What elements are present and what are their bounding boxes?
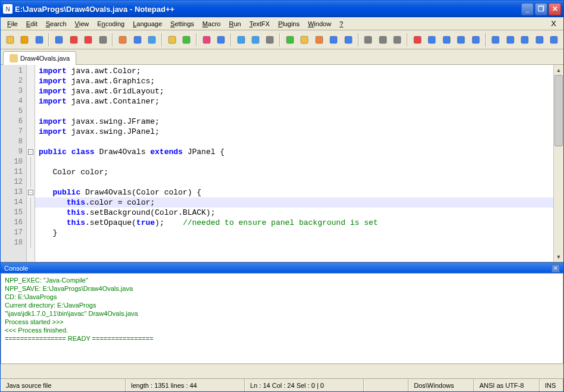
menu-plugins[interactable]: Plugins	[274, 19, 304, 29]
mdi-close-button[interactable]: X	[546, 18, 561, 29]
line-number[interactable]: 1	[1, 66, 26, 76]
fold-minus-icon[interactable]: −	[28, 190, 33, 195]
titlebar[interactable]: N E:\JavaProgs\Draw4Ovals.java - Notepad…	[1, 1, 563, 17]
print-button[interactable]	[96, 33, 110, 47]
a5-button[interactable]	[547, 33, 560, 47]
line-number-gutter[interactable]: 123456789101112131415161718	[1, 65, 27, 262]
code-line[interactable]: public Draw4Ovals(Color color) {	[35, 187, 553, 197]
a1-button[interactable]	[489, 33, 503, 47]
fold-cell[interactable]: −	[27, 187, 35, 197]
line-number[interactable]: 10	[1, 157, 26, 167]
menu-run[interactable]: Run	[225, 19, 245, 29]
code-line[interactable]	[35, 106, 553, 117]
unfold-button[interactable]	[362, 33, 375, 47]
line-number[interactable]: 6	[1, 117, 26, 127]
line-number[interactable]: 7	[1, 127, 26, 137]
code-line[interactable]: import java.awt.Color;	[35, 66, 553, 76]
a2-button[interactable]	[503, 33, 517, 47]
code-line[interactable]: import java.awt.GridLayout;	[35, 86, 553, 96]
code-line[interactable]: import java.awt.Container;	[35, 96, 553, 106]
menu-view[interactable]: View	[71, 19, 94, 29]
wrap-button[interactable]	[283, 33, 297, 47]
save-all-button[interactable]	[52, 33, 66, 47]
line-number[interactable]: 4	[1, 96, 26, 106]
line-number[interactable]: 17	[1, 228, 26, 238]
redo-button[interactable]	[179, 33, 193, 47]
code-line[interactable]: this.setBackground(Color.BLACK);	[35, 208, 553, 218]
close-all-button[interactable]	[81, 33, 95, 47]
indent-button[interactable]	[312, 33, 326, 47]
open-button[interactable]	[17, 33, 31, 47]
invisible-button[interactable]	[298, 33, 311, 47]
menu-encoding[interactable]: Encoding	[93, 19, 129, 29]
new-button[interactable]	[3, 33, 17, 47]
code-line[interactable]: import javax.swing.JFrame;	[35, 117, 553, 127]
line-number[interactable]: 15	[1, 208, 26, 218]
line-number[interactable]: 8	[1, 137, 26, 147]
sync-button[interactable]	[263, 33, 277, 47]
macro-stop-button[interactable]	[425, 33, 439, 47]
code-line[interactable]: public class Draw4Ovals extends JPanel {	[35, 147, 553, 157]
maximize-button[interactable]: ❐	[535, 3, 547, 15]
line-number[interactable]: 11	[1, 167, 26, 177]
zoom-in-button[interactable]	[234, 33, 248, 47]
console-output[interactable]: NPP_EXEC: "Java-Compile"NPP_SAVE: E:\Jav…	[1, 273, 563, 364]
console-header[interactable]: Console ✕	[1, 262, 563, 273]
code-line[interactable]: import java.awt.Graphics;	[35, 76, 553, 86]
code-line[interactable]: this.setOpaque(true); //needed to ensure…	[35, 218, 553, 228]
code-line[interactable]: import javax.swing.JPanel;	[35, 127, 553, 137]
line-number[interactable]: 16	[1, 218, 26, 228]
a4-button[interactable]	[532, 33, 546, 47]
code-line[interactable]: Color color;	[35, 167, 553, 177]
line-number[interactable]: 9	[1, 147, 26, 157]
b2-button[interactable]	[391, 33, 404, 47]
menu-help[interactable]: ?	[335, 19, 347, 29]
macro-play-button[interactable]	[440, 33, 453, 47]
scroll-down-arrow[interactable]: ▼	[554, 252, 563, 262]
menu-macro[interactable]: Macro	[198, 19, 225, 29]
find-button[interactable]	[200, 33, 213, 47]
line-number[interactable]: 5	[1, 106, 26, 117]
scroll-thumb[interactable]	[554, 75, 563, 146]
code-editor[interactable]: import java.awt.Color;import java.awt.Gr…	[35, 65, 553, 262]
menu-textfx[interactable]: TextFX	[245, 19, 274, 29]
menu-edit[interactable]: Edit	[22, 19, 42, 29]
close-button[interactable]	[67, 33, 80, 47]
menu-language[interactable]: Language	[129, 19, 166, 29]
fold-cell[interactable]: −	[27, 147, 35, 157]
macro-save-button[interactable]	[469, 33, 482, 47]
lang-button[interactable]	[327, 33, 341, 47]
save-button[interactable]	[32, 33, 46, 47]
replace-button[interactable]	[214, 33, 228, 47]
cut-button[interactable]	[116, 33, 129, 47]
menu-settings[interactable]: Settings	[166, 19, 198, 29]
line-number[interactable]: 13	[1, 187, 26, 197]
undo-button[interactable]	[165, 33, 179, 47]
code-line[interactable]: }	[35, 228, 553, 238]
macro-run-button[interactable]	[454, 33, 468, 47]
zoom-out-button[interactable]	[248, 33, 262, 47]
line-number[interactable]: 18	[1, 238, 26, 248]
menu-search[interactable]: Search	[42, 19, 71, 29]
copy-button[interactable]	[130, 33, 144, 47]
code-line[interactable]	[35, 238, 553, 248]
line-number[interactable]: 3	[1, 86, 26, 96]
minimize-button[interactable]: _	[521, 3, 534, 15]
menu-file[interactable]: File	[3, 19, 22, 29]
line-number[interactable]: 14	[1, 197, 26, 208]
fold-minus-icon[interactable]: −	[28, 149, 33, 155]
line-number[interactable]: 12	[1, 177, 26, 187]
code-line[interactable]	[35, 157, 553, 167]
b1-button[interactable]	[376, 33, 389, 47]
line-number[interactable]: 2	[1, 76, 26, 86]
menu-window[interactable]: Window	[304, 19, 335, 29]
close-button[interactable]: ✕	[549, 3, 561, 15]
code-line[interactable]	[35, 177, 553, 187]
fold-column[interactable]: −−	[27, 65, 35, 262]
fold-button[interactable]	[341, 33, 355, 47]
scroll-up-arrow[interactable]: ▲	[554, 65, 563, 75]
tab-file[interactable]: Draw4Ovals.java	[3, 51, 76, 65]
a3-button[interactable]	[518, 33, 532, 47]
code-line[interactable]: this.color = color;	[35, 197, 553, 208]
paste-button[interactable]	[145, 33, 158, 47]
